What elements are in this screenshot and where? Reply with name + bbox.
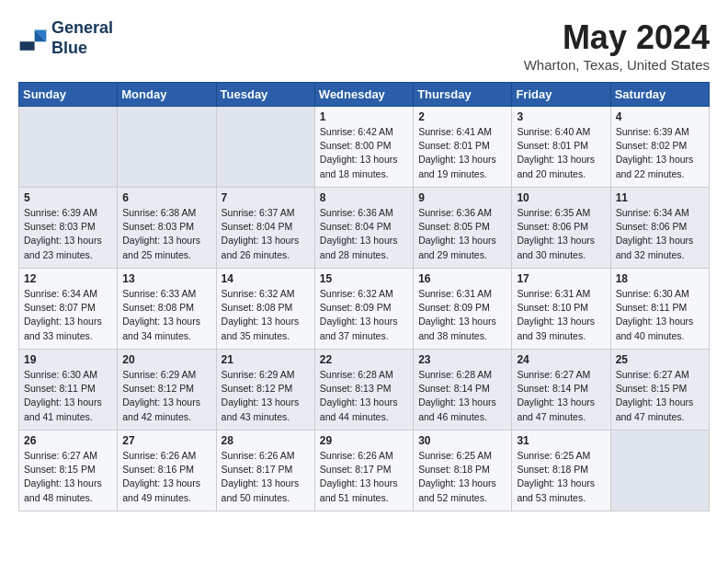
calendar-cell: 27Sunrise: 6:26 AM Sunset: 8:16 PM Dayli… (118, 431, 216, 511)
logo-line1: General (51, 18, 113, 37)
calendar-cell: 11Sunrise: 6:34 AM Sunset: 8:06 PM Dayli… (610, 188, 709, 269)
calendar-cell: 26Sunrise: 6:27 AM Sunset: 8:15 PM Dayli… (19, 431, 118, 511)
calendar-cell: 19Sunrise: 6:30 AM Sunset: 8:11 PM Dayli… (19, 350, 118, 431)
day-number: 25 (616, 353, 704, 366)
day-info: Sunrise: 6:27 AM Sunset: 8:14 PM Dayligh… (517, 368, 605, 424)
day-number: 17 (517, 272, 605, 285)
calendar-cell (216, 107, 314, 188)
day-number: 15 (320, 272, 408, 285)
day-info: Sunrise: 6:41 AM Sunset: 8:01 PM Dayligh… (418, 125, 506, 181)
day-info: Sunrise: 6:26 AM Sunset: 8:17 PM Dayligh… (320, 449, 408, 505)
calendar-cell: 24Sunrise: 6:27 AM Sunset: 8:14 PM Dayli… (512, 350, 610, 431)
header-cell-monday: Monday (118, 83, 216, 107)
calendar-cell: 9Sunrise: 6:36 AM Sunset: 8:05 PM Daylig… (414, 188, 512, 269)
location: Wharton, Texas, United States (524, 57, 710, 73)
day-info: Sunrise: 6:25 AM Sunset: 8:18 PM Dayligh… (418, 449, 506, 505)
calendar-cell: 22Sunrise: 6:28 AM Sunset: 8:13 PM Dayli… (314, 350, 413, 431)
calendar-cell: 28Sunrise: 6:26 AM Sunset: 8:17 PM Dayli… (216, 431, 314, 511)
calendar-cell: 17Sunrise: 6:31 AM Sunset: 8:10 PM Dayli… (512, 269, 610, 350)
day-info: Sunrise: 6:27 AM Sunset: 8:15 PM Dayligh… (616, 368, 704, 424)
page-header: General Blue May 2024 Wharton, Texas, Un… (18, 18, 710, 73)
calendar-cell: 7Sunrise: 6:37 AM Sunset: 8:04 PM Daylig… (216, 188, 314, 269)
calendar-cell: 18Sunrise: 6:30 AM Sunset: 8:11 PM Dayli… (610, 269, 709, 350)
day-number: 13 (122, 272, 210, 285)
day-number: 6 (122, 191, 210, 204)
calendar-cell: 21Sunrise: 6:29 AM Sunset: 8:12 PM Dayli… (216, 350, 314, 431)
calendar-cell: 20Sunrise: 6:29 AM Sunset: 8:12 PM Dayli… (118, 350, 216, 431)
day-info: Sunrise: 6:25 AM Sunset: 8:18 PM Dayligh… (517, 449, 605, 505)
day-number: 7 (222, 191, 310, 204)
day-number: 12 (24, 272, 112, 285)
header-cell-sunday: Sunday (19, 83, 118, 107)
day-number: 29 (320, 434, 408, 447)
header-cell-tuesday: Tuesday (216, 83, 314, 107)
calendar-cell: 2Sunrise: 6:41 AM Sunset: 8:01 PM Daylig… (414, 107, 512, 188)
day-number: 22 (320, 353, 408, 366)
calendar-row: 26Sunrise: 6:27 AM Sunset: 8:15 PM Dayli… (19, 431, 710, 511)
day-number: 18 (616, 272, 704, 285)
day-info: Sunrise: 6:28 AM Sunset: 8:14 PM Dayligh… (418, 368, 506, 424)
month-title: May 2024 (524, 18, 710, 57)
calendar-cell (19, 107, 118, 188)
day-number: 27 (122, 434, 210, 447)
calendar-cell: 4Sunrise: 6:39 AM Sunset: 8:02 PM Daylig… (610, 107, 709, 188)
calendar-cell: 25Sunrise: 6:27 AM Sunset: 8:15 PM Dayli… (610, 350, 709, 431)
day-number: 16 (418, 272, 506, 285)
day-number: 14 (222, 272, 310, 285)
logo-line2: Blue (51, 39, 87, 57)
calendar-row: 5Sunrise: 6:39 AM Sunset: 8:03 PM Daylig… (19, 188, 710, 269)
calendar-cell: 29Sunrise: 6:26 AM Sunset: 8:17 PM Dayli… (314, 431, 413, 511)
header-cell-saturday: Saturday (610, 83, 709, 107)
day-info: Sunrise: 6:30 AM Sunset: 8:11 PM Dayligh… (24, 368, 112, 424)
header-cell-friday: Friday (512, 83, 610, 107)
day-info: Sunrise: 6:40 AM Sunset: 8:01 PM Dayligh… (517, 125, 605, 181)
day-number: 3 (517, 110, 605, 123)
calendar-cell: 30Sunrise: 6:25 AM Sunset: 8:18 PM Dayli… (414, 431, 512, 511)
calendar-row: 19Sunrise: 6:30 AM Sunset: 8:11 PM Dayli… (19, 350, 710, 431)
calendar-table: SundayMondayTuesdayWednesdayThursdayFrid… (18, 82, 710, 511)
day-info: Sunrise: 6:31 AM Sunset: 8:10 PM Dayligh… (517, 287, 605, 343)
day-number: 26 (24, 434, 112, 447)
day-info: Sunrise: 6:29 AM Sunset: 8:12 PM Dayligh… (122, 368, 210, 424)
day-info: Sunrise: 6:35 AM Sunset: 8:06 PM Dayligh… (517, 206, 605, 262)
day-number: 4 (616, 110, 704, 123)
header-row: SundayMondayTuesdayWednesdayThursdayFrid… (19, 83, 710, 107)
day-info: Sunrise: 6:32 AM Sunset: 8:09 PM Dayligh… (320, 287, 408, 343)
day-info: Sunrise: 6:31 AM Sunset: 8:09 PM Dayligh… (418, 287, 506, 343)
calendar-cell: 10Sunrise: 6:35 AM Sunset: 8:06 PM Dayli… (512, 188, 610, 269)
calendar-cell: 3Sunrise: 6:40 AM Sunset: 8:01 PM Daylig… (512, 107, 610, 188)
day-info: Sunrise: 6:26 AM Sunset: 8:17 PM Dayligh… (222, 449, 310, 505)
day-info: Sunrise: 6:26 AM Sunset: 8:16 PM Dayligh… (122, 449, 210, 505)
calendar-row: 12Sunrise: 6:34 AM Sunset: 8:07 PM Dayli… (19, 269, 710, 350)
calendar-cell: 23Sunrise: 6:28 AM Sunset: 8:14 PM Dayli… (414, 350, 512, 431)
calendar-cell: 31Sunrise: 6:25 AM Sunset: 8:18 PM Dayli… (512, 431, 610, 511)
day-info: Sunrise: 6:37 AM Sunset: 8:04 PM Dayligh… (222, 206, 310, 262)
day-number: 20 (122, 353, 210, 366)
day-number: 8 (320, 191, 408, 204)
day-number: 30 (418, 434, 506, 447)
day-info: Sunrise: 6:38 AM Sunset: 8:03 PM Dayligh… (122, 206, 210, 262)
header-cell-wednesday: Wednesday (314, 83, 413, 107)
calendar-cell: 14Sunrise: 6:32 AM Sunset: 8:08 PM Dayli… (216, 269, 314, 350)
day-number: 24 (517, 353, 605, 366)
calendar-cell: 13Sunrise: 6:33 AM Sunset: 8:08 PM Dayli… (118, 269, 216, 350)
calendar-cell: 12Sunrise: 6:34 AM Sunset: 8:07 PM Dayli… (19, 269, 118, 350)
day-number: 9 (418, 191, 506, 204)
day-info: Sunrise: 6:42 AM Sunset: 8:00 PM Dayligh… (320, 125, 408, 181)
title-block: May 2024 Wharton, Texas, United States (524, 18, 710, 73)
day-number: 28 (222, 434, 310, 447)
calendar-cell (610, 431, 709, 511)
day-number: 23 (418, 353, 506, 366)
day-info: Sunrise: 6:28 AM Sunset: 8:13 PM Dayligh… (320, 368, 408, 424)
logo-icon (18, 24, 48, 53)
day-number: 19 (24, 353, 112, 366)
day-info: Sunrise: 6:30 AM Sunset: 8:11 PM Dayligh… (616, 287, 704, 343)
calendar-cell: 16Sunrise: 6:31 AM Sunset: 8:09 PM Dayli… (414, 269, 512, 350)
day-info: Sunrise: 6:39 AM Sunset: 8:03 PM Dayligh… (24, 206, 112, 262)
calendar-cell: 15Sunrise: 6:32 AM Sunset: 8:09 PM Dayli… (314, 269, 413, 350)
day-number: 1 (320, 110, 408, 123)
calendar-cell: 8Sunrise: 6:36 AM Sunset: 8:04 PM Daylig… (314, 188, 413, 269)
logo: General Blue (18, 18, 113, 58)
day-number: 2 (418, 110, 506, 123)
day-info: Sunrise: 6:34 AM Sunset: 8:07 PM Dayligh… (24, 287, 112, 343)
